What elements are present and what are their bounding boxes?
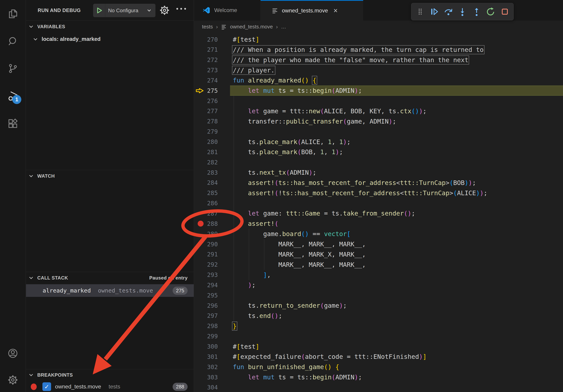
gutter-line-281[interactable]: 281 [194,147,230,157]
gutter-line-270[interactable]: 270 [194,34,230,45]
gutter-line-276[interactable]: 276 [194,96,230,106]
gutter-line-290[interactable]: 290 [194,239,230,249]
gutter-line-279[interactable]: 279 [194,127,230,137]
gutter-line-280[interactable]: 280 [194,137,230,147]
gutter-line-288[interactable]: 288 [194,219,230,229]
breadcrumb-symbol[interactable]: … [281,24,286,30]
account-icon[interactable] [7,348,19,359]
code-text[interactable]: fun already_marked() { [230,75,563,85]
code-editor[interactable]: 270#[test]271/// When a position is alre… [194,33,563,392]
code-text[interactable]: /// When a position is already marked, t… [230,45,563,55]
gutter-line-283[interactable]: 283 [194,167,230,178]
code-text[interactable] [230,157,563,167]
breakpoint-list-item[interactable]: ✓ owned_tests.move tests 288 [26,381,194,392]
breakpoints-section-header[interactable]: BREAKPOINTS [26,369,194,380]
debug-settings-gear-icon[interactable] [159,5,170,17]
gutter-line-292[interactable]: 292 [194,260,230,270]
gutter-line-293[interactable]: 293 [194,270,230,280]
code-text[interactable] [230,382,563,392]
code-text[interactable]: ts.return_to_sender(game); [230,301,563,311]
tab-owned-tests-move[interactable]: owned_tests.move × [261,0,363,21]
more-actions-icon[interactable] [176,8,186,10]
gutter-line-275[interactable]: 275 [194,85,230,96]
gutter-line-291[interactable]: 291 [194,249,230,260]
gutter-line-299[interactable]: 299 [194,331,230,341]
gutter-line-300[interactable]: 300 [194,341,230,352]
variables-locals-scope[interactable]: locals: already_marked [35,34,101,45]
code-text[interactable]: ts.end(); [230,311,563,321]
settings-gear-icon[interactable] [7,374,19,386]
continue-button[interactable] [429,6,439,18]
tab-welcome[interactable]: Welcome [194,0,261,21]
step-into-button[interactable] [457,6,468,18]
code-text[interactable] [230,127,563,137]
code-text[interactable]: } [230,321,563,331]
code-text[interactable] [230,96,563,106]
code-text[interactable]: assert!(!ts::has_most_recent_for_address… [230,188,563,198]
code-text[interactable]: game.board() == vector[ [230,229,563,239]
gutter-line-301[interactable]: 301 [194,352,230,362]
search-icon[interactable] [7,36,19,47]
gutter-line-277[interactable]: 277 [194,106,230,116]
code-text[interactable]: /// player. [230,65,563,75]
code-text[interactable] [230,331,563,341]
call-stack-frame-row[interactable]: already_marked owned_tests.move 275 [26,284,194,297]
source-control-icon[interactable] [7,63,19,74]
code-text[interactable]: transfer::public_transfer(game, ADMIN); [230,116,563,127]
code-text[interactable]: /// the player who made the "false" move… [230,55,563,65]
variables-section-header[interactable]: VARIABLES [26,21,194,32]
code-text[interactable]: MARK__, MARK__, MARK__, [230,239,563,249]
toolbar-drag-handle-icon[interactable] [415,6,425,18]
code-text[interactable]: let game: ttt::Game = ts.take_from_sende… [230,208,563,219]
step-out-button[interactable] [471,6,482,18]
close-tab-icon[interactable]: × [333,7,337,14]
breakpoint-dot-icon[interactable] [198,221,204,227]
watch-section-header[interactable]: WATCH [26,170,194,182]
code-text[interactable]: MARK__, MARK__, MARK__, [230,260,563,270]
gutter-line-273[interactable]: 273 [194,65,230,75]
run-and-debug-icon[interactable]: 1 [7,91,19,102]
code-text[interactable]: assert!(ts::has_most_recent_for_address<… [230,178,563,188]
breakpoint-enabled-checkbox[interactable]: ✓ [42,382,51,391]
gutter-line-271[interactable]: 271 [194,45,230,55]
step-over-button[interactable] [443,6,454,18]
code-text[interactable]: fun burn_unfinished_game() { [230,362,563,372]
code-text[interactable]: ts.place_mark(BOB, 1, 1); [230,147,563,157]
gutter-line-284[interactable]: 284 [194,178,230,188]
code-text[interactable]: ts.next_tx(ADMIN); [230,167,563,178]
code-text[interactable]: ); [230,280,563,290]
breadcrumb-folder[interactable]: tests [202,24,213,30]
gutter-line-298[interactable]: 298 [194,321,230,331]
gutter-line-274[interactable]: 274 [194,75,230,85]
code-text[interactable] [230,198,563,209]
stop-button[interactable] [499,6,510,18]
extensions-icon[interactable] [7,118,19,129]
gutter-line-297[interactable]: 297 [194,311,230,321]
breadcrumb-file[interactable]: owned_tests.move [230,24,273,30]
code-text[interactable]: #[test] [230,341,563,352]
code-text[interactable]: assert!( [230,219,563,229]
start-debug-icon[interactable] [93,4,105,17]
code-text[interactable] [230,290,563,301]
gutter-line-296[interactable]: 296 [194,301,230,311]
gutter-line-285[interactable]: 285 [194,188,230,198]
gutter-line-282[interactable]: 282 [194,157,230,167]
code-text[interactable]: #[expected_failure(abort_code = ttt::ENo… [230,352,563,362]
code-text[interactable]: #[test] [230,34,563,45]
restart-button[interactable] [485,6,496,18]
code-text[interactable]: let mut ts = ts::begin(ADMIN); [230,85,563,96]
gutter-line-289[interactable]: 289 [194,229,230,239]
code-text[interactable]: let mut ts = ts::begin(ADMIN); [230,372,563,382]
gutter-line-278[interactable]: 278 [194,116,230,127]
gutter-line-286[interactable]: 286 [194,198,230,209]
gutter-line-295[interactable]: 295 [194,290,230,301]
explorer-icon[interactable] [7,8,19,20]
code-text[interactable]: ts.place_mark(ALICE, 1, 1); [230,137,563,147]
call-stack-section-header[interactable]: CALL STACK Paused on entry [26,272,194,284]
gutter-line-287[interactable]: 287 [194,208,230,219]
code-text[interactable]: MARK__, MARK_X, MARK__, [230,249,563,260]
code-text[interactable]: let game = ttt::new(ALICE, BOB, KEY, ts.… [230,106,563,116]
gutter-line-303[interactable]: 303 [194,372,230,382]
code-text[interactable]: ], [230,270,563,280]
gutter-line-302[interactable]: 302 [194,362,230,372]
